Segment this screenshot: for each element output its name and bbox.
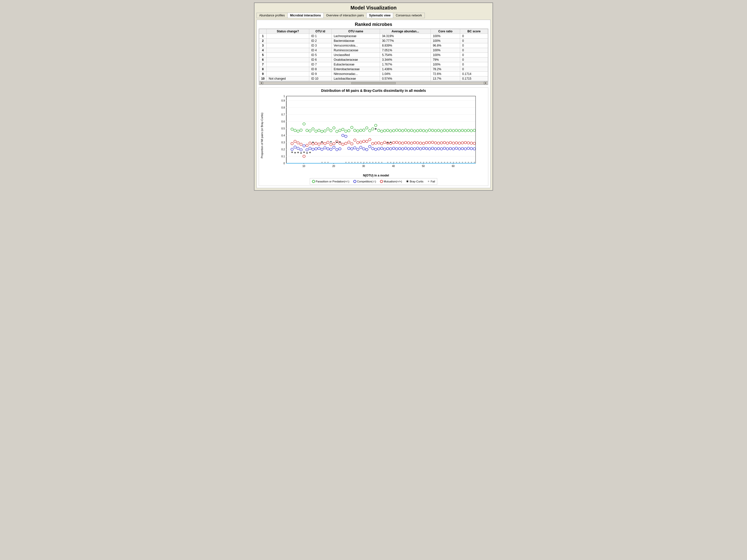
svg-text:✶: ✶ — [396, 161, 398, 164]
legend-braycurtis: ✶ Bray-Curtis — [406, 180, 423, 183]
table-row[interactable]: 6ID 6Oxalobacteraceae3.344%79%0 — [259, 57, 488, 62]
col-header-bcscore: BC score — [460, 29, 488, 34]
svg-point-66 — [378, 129, 380, 132]
svg-point-166 — [306, 149, 308, 151]
svg-text:✶: ✶ — [327, 161, 329, 164]
svg-point-187 — [368, 145, 371, 148]
svg-point-42 — [306, 129, 308, 132]
tab-abundance-profiles[interactable]: Abundance profiles — [257, 13, 288, 18]
table-row[interactable]: 8ID 8Enterobacteriaceae1.436%78.2%0 — [259, 67, 488, 72]
scrollbar-track[interactable] — [263, 82, 484, 84]
svg-point-81 — [422, 129, 425, 132]
svg-point-156 — [461, 142, 464, 144]
tab-microbial-interactions[interactable]: Microbial interactions — [288, 13, 324, 18]
svg-point-47 — [321, 130, 323, 133]
table-row[interactable]: 3ID 3Verrucomicrobia...8.839%96.8%0 — [259, 43, 488, 48]
table-cell: 30.777% — [380, 38, 431, 43]
table-row[interactable]: 7ID 7Eubacteriaceae1.767%100%0 — [259, 62, 488, 67]
table-cell: 0 — [460, 57, 488, 62]
svg-text:✶: ✶ — [294, 151, 296, 155]
svg-text:✶: ✶ — [321, 161, 323, 164]
svg-point-104 — [306, 144, 308, 146]
legend-braycurtis-label: Bray-Curtis — [410, 180, 423, 183]
table-cell: 8 — [259, 67, 267, 72]
svg-point-87 — [440, 130, 443, 132]
svg-point-56 — [347, 129, 350, 132]
svg-point-49 — [327, 128, 329, 130]
legend-fail-label: Fail — [431, 180, 435, 183]
table-cell: 78.2% — [431, 67, 460, 72]
table-cell: 72.6% — [431, 72, 460, 76]
table-row[interactable]: 4ID 4Ruminococcaceae7.051%100%0 — [259, 48, 488, 53]
scrollbar-thumb[interactable] — [351, 82, 395, 84]
table-cell: 96.8% — [431, 43, 460, 48]
ranked-microbes-table-wrapper: Status change? OTU id OTU name Average a… — [259, 29, 488, 85]
svg-text:0.8: 0.8 — [281, 106, 285, 109]
svg-text:50: 50 — [422, 165, 425, 167]
svg-point-53 — [339, 129, 341, 132]
svg-point-44 — [312, 128, 314, 130]
svg-text:✶: ✶ — [321, 140, 323, 144]
legend-braycurtis-icon: ✶ — [406, 180, 409, 183]
svg-point-204 — [419, 148, 422, 150]
svg-point-128 — [378, 142, 380, 144]
svg-text:✶: ✶ — [429, 161, 431, 164]
svg-text:0.1: 0.1 — [281, 155, 285, 158]
svg-text:✶: ✶ — [324, 161, 326, 164]
tab-consensus-network[interactable]: Consensus network — [393, 13, 424, 18]
svg-point-85 — [434, 129, 437, 132]
svg-point-67 — [381, 130, 383, 132]
svg-text:✶: ✶ — [432, 161, 434, 164]
svg-point-48 — [324, 130, 326, 132]
svg-text:✶: ✶ — [393, 161, 395, 164]
tab-systematic-view[interactable]: Sytematic view — [366, 13, 393, 18]
svg-point-207 — [428, 148, 431, 150]
table-cell: 100% — [431, 38, 460, 43]
horizontal-scrollbar[interactable]: ◄ ► — [259, 81, 488, 85]
svg-point-69 — [386, 129, 389, 132]
table-cell: ID 6 — [309, 57, 331, 62]
svg-point-79 — [416, 129, 419, 132]
table-cell: 3.344% — [380, 57, 431, 62]
scroll-left-arrow[interactable]: ◄ — [259, 82, 263, 85]
table-cell: 2 — [259, 38, 267, 43]
svg-point-122 — [360, 141, 362, 143]
svg-text:✶: ✶ — [443, 161, 445, 164]
table-cell: 1.04% — [380, 72, 431, 76]
table-row[interactable]: 5ID 5Unclassified5.754%100%0 — [259, 53, 488, 57]
chart-legend: Parasitism or Predation(+/-) Competition… — [310, 178, 437, 185]
svg-point-51 — [333, 127, 335, 129]
table-cell: Oxalobacteraceae — [332, 57, 380, 62]
svg-text:0.4: 0.4 — [281, 134, 285, 137]
svg-text:✶: ✶ — [458, 161, 460, 164]
svg-text:✶: ✶ — [464, 161, 466, 164]
svg-text:✶: ✶ — [366, 161, 368, 164]
tab-bar: Abundance profiles Microbial interaction… — [256, 13, 425, 18]
section-title: Ranked microbes — [259, 22, 488, 27]
svg-point-65 — [375, 124, 377, 127]
svg-text:✶: ✶ — [303, 151, 305, 154]
svg-text:✶: ✶ — [330, 140, 332, 143]
svg-point-140 — [413, 141, 416, 144]
table-cell: Eubacteriaceae — [332, 62, 380, 67]
tab-overview-interaction-pairs[interactable]: Overview of interaction pairs — [324, 13, 366, 18]
svg-point-126 — [371, 142, 374, 145]
svg-point-45 — [315, 130, 317, 132]
table-row[interactable]: 1ID 1Lachnospiraceae34.319%100%0 — [259, 34, 488, 38]
svg-text:✶: ✶ — [297, 151, 299, 154]
table-row[interactable]: 10Not changedID 10Lactobacillaceae0.574%… — [259, 76, 488, 81]
table-row[interactable]: 9ID 9Nitrosomonadac...1.04%72.6%0.1714 — [259, 72, 488, 76]
col-header-coreratio: Core ratio — [431, 29, 460, 34]
table-cell: Enterobacteriaceae — [332, 67, 380, 72]
table-cell — [267, 57, 309, 62]
table-cell: Unclassified — [332, 53, 380, 57]
svg-point-50 — [330, 129, 332, 132]
scroll-right-arrow[interactable]: ► — [484, 82, 488, 85]
svg-point-135 — [398, 142, 401, 144]
svg-point-102 — [300, 143, 302, 145]
table-row[interactable]: 2ID 2Bacteroidaceae30.777%100%0 — [259, 38, 488, 43]
svg-text:✶: ✶ — [473, 161, 475, 164]
legend-mutualism-label: Mutualism(+/+) — [384, 180, 402, 183]
svg-point-91 — [452, 129, 455, 132]
svg-text:✶: ✶ — [461, 161, 463, 164]
